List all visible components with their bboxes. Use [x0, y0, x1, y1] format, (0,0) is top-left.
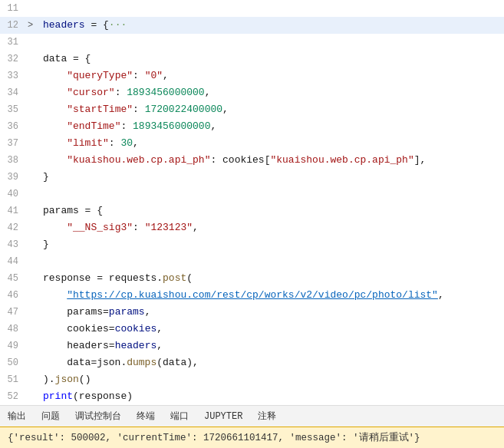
- line-arrow: [28, 253, 40, 270]
- code-line-32: 32data = {: [0, 51, 504, 68]
- line-arrow: [28, 219, 40, 236]
- code-line-37: 37 "limit": 30,: [0, 135, 504, 152]
- line-content: data=json.dumps(data),: [40, 354, 504, 371]
- bottom-tab[interactable]: 输出: [6, 407, 28, 426]
- line-number: 48: [0, 321, 28, 338]
- line-number: 42: [0, 219, 28, 236]
- line-number: 39: [0, 169, 28, 186]
- line-arrow: [28, 304, 40, 321]
- line-number: 38: [0, 152, 28, 169]
- line-content: [40, 0, 504, 17]
- line-number: 47: [0, 304, 28, 321]
- line-arrow: [28, 287, 40, 304]
- code-line-40: 40: [0, 186, 504, 203]
- line-number: 37: [0, 135, 28, 152]
- line-number: 49: [0, 338, 28, 354]
- line-arrow: [28, 388, 40, 405]
- code-line-49: 49 headers=headers,: [0, 338, 504, 354]
- line-arrow: [28, 0, 40, 17]
- line-arrow: [28, 338, 40, 354]
- line-number: 34: [0, 84, 28, 101]
- bottom-tab[interactable]: JUPYTER: [203, 408, 244, 425]
- code-line-39: 39}: [0, 169, 504, 186]
- line-number: 46: [0, 287, 28, 304]
- line-number: 35: [0, 101, 28, 118]
- line-number: 12: [0, 17, 28, 34]
- code-line-31: 31: [0, 34, 504, 51]
- line-arrow: [28, 321, 40, 338]
- code-line-38: 38 "kuaishou.web.cp.api_ph": cookies["ku…: [0, 152, 504, 169]
- code-line-51: 51).json(): [0, 371, 504, 388]
- line-arrow: [28, 84, 40, 101]
- line-arrow: [28, 236, 40, 253]
- line-content: "limit": 30,: [40, 135, 504, 152]
- line-arrow: [28, 270, 40, 287]
- line-arrow: [28, 152, 40, 169]
- line-arrow: [28, 186, 40, 203]
- code-line-42: 42 "__NS_sig3": "123123",: [0, 219, 504, 236]
- line-number: 52: [0, 388, 28, 405]
- code-line-41: 41params = {: [0, 203, 504, 219]
- line-arrow: [28, 118, 40, 135]
- code-line-44: 44: [0, 253, 504, 270]
- line-content: data = {: [40, 51, 504, 68]
- line-arrow: [28, 101, 40, 118]
- line-content: [40, 186, 504, 203]
- line-content: params = {: [40, 203, 504, 219]
- line-arrow: >: [28, 17, 40, 34]
- code-line-36: 36 "endTime": 1893456000000,: [0, 118, 504, 135]
- code-line-12: 12>headers = {···: [0, 17, 504, 34]
- line-content: "queryType": "0",: [40, 68, 504, 84]
- line-content: response = requests.post(: [40, 270, 504, 287]
- line-number: 11: [0, 0, 28, 17]
- bottom-tab[interactable]: 问题: [40, 407, 61, 426]
- line-number: 36: [0, 118, 28, 135]
- result-output: {'result': 500002, 'currentTime': 172066…: [0, 427, 504, 448]
- code-line-52: 52print(response): [0, 388, 504, 405]
- line-arrow: [28, 51, 40, 68]
- line-content: "endTime": 1893456000000,: [40, 118, 504, 135]
- line-content: "__NS_sig3": "123123",: [40, 219, 504, 236]
- line-number: 31: [0, 34, 28, 51]
- line-number: 41: [0, 203, 28, 219]
- code-table: 1112>headers = {···3132data = {33 "query…: [0, 0, 504, 405]
- line-arrow: [28, 354, 40, 371]
- code-line-35: 35 "startTime": 1720022400000,: [0, 101, 504, 118]
- code-line-50: 50 data=json.dumps(data),: [0, 354, 504, 371]
- line-arrow: [28, 203, 40, 219]
- line-content: print(response): [40, 388, 504, 405]
- line-content: params=params,: [40, 304, 504, 321]
- line-content: "https://cp.kuaishou.com/rest/cp/works/v…: [40, 287, 504, 304]
- bottom-tab[interactable]: 注释: [256, 407, 278, 426]
- bottom-tab[interactable]: 端口: [169, 407, 190, 426]
- line-number: 51: [0, 371, 28, 388]
- line-number: 44: [0, 253, 28, 270]
- code-line-45: 45response = requests.post(: [0, 270, 504, 287]
- line-number: 45: [0, 270, 28, 287]
- line-content: ).json(): [40, 371, 504, 388]
- line-content: "kuaishou.web.cp.api_ph": cookies["kuais…: [40, 152, 504, 169]
- line-arrow: [28, 169, 40, 186]
- line-number: 43: [0, 236, 28, 253]
- line-arrow: [28, 135, 40, 152]
- code-line-46: 46 "https://cp.kuaishou.com/rest/cp/work…: [0, 287, 504, 304]
- line-arrow: [28, 68, 40, 84]
- code-editor: 1112>headers = {···3132data = {33 "query…: [0, 0, 504, 405]
- code-line-33: 33 "queryType": "0",: [0, 68, 504, 84]
- line-number: 50: [0, 354, 28, 371]
- code-line-11: 11: [0, 0, 504, 17]
- line-content: headers=headers,: [40, 338, 504, 354]
- line-content: "startTime": 1720022400000,: [40, 101, 504, 118]
- line-content: }: [40, 169, 504, 186]
- line-arrow: [28, 34, 40, 51]
- bottom-tab[interactable]: 终端: [135, 407, 156, 426]
- code-line-34: 34 "cursor": 1893456000000,: [0, 84, 504, 101]
- line-content: [40, 253, 504, 270]
- line-number: 33: [0, 68, 28, 84]
- line-arrow: [28, 371, 40, 388]
- line-content: }: [40, 236, 504, 253]
- bottom-tab[interactable]: 调试控制台: [74, 407, 123, 426]
- line-content: [40, 34, 504, 51]
- line-content: headers = {···: [40, 17, 504, 34]
- line-content: "cursor": 1893456000000,: [40, 84, 504, 101]
